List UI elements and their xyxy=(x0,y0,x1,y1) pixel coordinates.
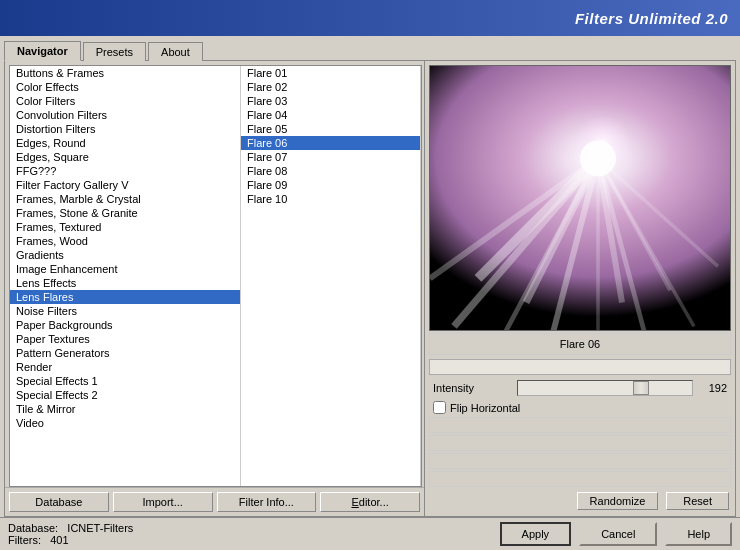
filter-item[interactable]: Flare 02 xyxy=(241,80,420,94)
reset-button[interactable]: Reset xyxy=(666,492,729,510)
tab-navigator[interactable]: Navigator xyxy=(4,41,81,61)
top-slider-row[interactable] xyxy=(429,359,731,375)
category-item[interactable]: Gradients xyxy=(10,248,240,262)
category-item-selected[interactable]: Lens Flares xyxy=(10,290,240,304)
category-item[interactable]: Color Effects xyxy=(10,80,240,94)
category-item[interactable]: Render xyxy=(10,360,240,374)
category-item[interactable]: Frames, Textured xyxy=(10,220,240,234)
preview-svg xyxy=(430,66,730,330)
category-item[interactable]: Buttons & Frames xyxy=(10,66,240,80)
tab-about[interactable]: About xyxy=(148,42,203,61)
preview-container xyxy=(429,65,731,331)
category-item[interactable]: FFG??? xyxy=(10,164,240,178)
import-button[interactable]: Import... xyxy=(113,492,213,512)
editor-button[interactable]: Editor... xyxy=(320,492,420,512)
filter-item[interactable]: Flare 04 xyxy=(241,108,420,122)
title-bar: Filters Unlimited 2.0 xyxy=(0,0,740,36)
svg-point-14 xyxy=(580,140,616,176)
filter-list-container: Buttons & Frames Color Effects Color Fil… xyxy=(9,65,422,487)
category-column: Buttons & Frames Color Effects Color Fil… xyxy=(10,66,241,486)
category-item[interactable]: Pattern Generators xyxy=(10,346,240,360)
database-button[interactable]: Database xyxy=(9,492,109,512)
intensity-label: Intensity xyxy=(433,382,513,394)
filter-item-selected[interactable]: Flare 06 xyxy=(241,136,420,150)
left-toolbar: Database Import... Filter Info... Editor… xyxy=(5,487,424,516)
flip-horizontal-checkbox[interactable] xyxy=(433,401,446,414)
intensity-thumb[interactable] xyxy=(633,381,649,395)
randomize-button[interactable]: Randomize xyxy=(577,492,659,510)
empty-row-2 xyxy=(429,435,731,451)
filter-info-button[interactable]: Filter Info... xyxy=(217,492,317,512)
main-content: Buttons & Frames Color Effects Color Fil… xyxy=(5,61,735,516)
category-item[interactable]: Special Effects 2 xyxy=(10,388,240,402)
filter-item[interactable]: Flare 08 xyxy=(241,164,420,178)
category-item[interactable]: Special Effects 1 xyxy=(10,374,240,388)
empty-row-1 xyxy=(429,417,731,433)
category-item[interactable]: Frames, Stone & Granite xyxy=(10,206,240,220)
status-bar: Database: ICNET-Filters Filters: 401 App… xyxy=(0,517,740,550)
category-item[interactable]: Paper Textures xyxy=(10,332,240,346)
category-item[interactable]: Video xyxy=(10,416,240,430)
filters-status: Filters: 401 xyxy=(8,534,500,546)
help-button[interactable]: Help xyxy=(665,522,732,546)
database-status: Database: ICNET-Filters xyxy=(8,522,500,534)
empty-row-4 xyxy=(429,471,731,487)
category-item[interactable]: Frames, Marble & Crystal xyxy=(10,192,240,206)
intensity-row: Intensity 192 xyxy=(429,378,731,398)
category-item[interactable]: Edges, Round xyxy=(10,136,240,150)
intensity-value: 192 xyxy=(697,382,727,394)
filters-value: 401 xyxy=(50,534,68,546)
filter-name-display: Flare 06 xyxy=(429,333,731,355)
filter-column: Flare 01 Flare 02 Flare 03 Flare 04 Flar… xyxy=(241,66,421,486)
category-item[interactable]: Frames, Wood xyxy=(10,234,240,248)
category-item[interactable]: Convolution Filters xyxy=(10,108,240,122)
category-item[interactable]: Color Filters xyxy=(10,94,240,108)
filter-item[interactable]: Flare 05 xyxy=(241,122,420,136)
filters-label: Filters: xyxy=(8,534,41,546)
status-text: Database: ICNET-Filters Filters: 401 xyxy=(8,522,500,546)
main-window: Filters Unlimited 2.0 Navigator Presets … xyxy=(0,0,740,550)
filter-item[interactable]: Flare 01 xyxy=(241,66,420,80)
content-area: Buttons & Frames Color Effects Color Fil… xyxy=(4,60,736,517)
database-label: Database: xyxy=(8,522,58,534)
category-item[interactable]: Noise Filters xyxy=(10,304,240,318)
category-item[interactable]: Distortion Filters xyxy=(10,122,240,136)
preview-image xyxy=(430,66,730,330)
right-panel: Flare 06 Intensity 192 Flip Horizontal xyxy=(425,61,735,516)
category-item[interactable]: Filter Factory Gallery V xyxy=(10,178,240,192)
left-panel: Buttons & Frames Color Effects Color Fil… xyxy=(5,61,425,516)
intensity-slider[interactable] xyxy=(517,380,693,396)
filter-item[interactable]: Flare 10 xyxy=(241,192,420,206)
action-buttons: Apply Cancel Help xyxy=(500,522,732,546)
category-item[interactable]: Image Enhancement xyxy=(10,262,240,276)
cancel-button[interactable]: Cancel xyxy=(579,522,657,546)
flip-horizontal-row: Flip Horizontal xyxy=(429,399,731,416)
flip-horizontal-label: Flip Horizontal xyxy=(450,402,520,414)
empty-row-3 xyxy=(429,453,731,469)
tab-bar: Navigator Presets About xyxy=(0,36,740,60)
app-title: Filters Unlimited 2.0 xyxy=(575,10,728,27)
category-item[interactable]: Lens Effects xyxy=(10,276,240,290)
category-item[interactable]: Edges, Square xyxy=(10,150,240,164)
tab-presets[interactable]: Presets xyxy=(83,42,146,61)
filter-item[interactable]: Flare 03 xyxy=(241,94,420,108)
filter-item[interactable]: Flare 07 xyxy=(241,150,420,164)
apply-button[interactable]: Apply xyxy=(500,522,572,546)
category-item[interactable]: Paper Backgrounds xyxy=(10,318,240,332)
database-value: ICNET-Filters xyxy=(67,522,133,534)
filter-item[interactable]: Flare 09 xyxy=(241,178,420,192)
category-item[interactable]: Tile & Mirror xyxy=(10,402,240,416)
